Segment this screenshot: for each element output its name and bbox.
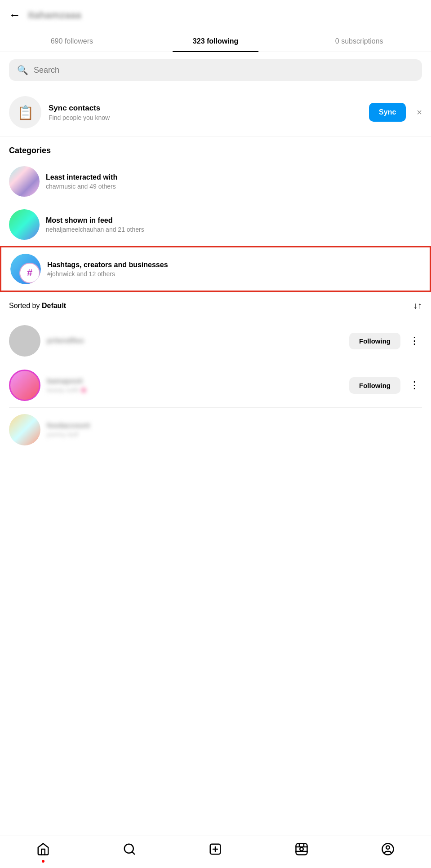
search-icon: 🔍	[17, 65, 28, 75]
category-sub-hashtags: #johnwick and 12 others	[47, 270, 168, 278]
tab-following[interactable]: 323 following	[144, 31, 288, 52]
bottom-nav	[0, 836, 431, 868]
home-icon	[36, 842, 50, 859]
svg-rect-5	[296, 844, 307, 855]
user-avatar	[9, 325, 40, 357]
user-item: bamaposit beauty outfit 🌸 Following ⋮	[0, 363, 431, 407]
sort-order-icon[interactable]: ↓↑	[413, 300, 422, 311]
category-avatar-hashtags: #	[10, 254, 41, 284]
category-avatar-least	[9, 166, 40, 197]
more-options-button[interactable]: ⋮	[407, 335, 422, 347]
nav-search[interactable]	[123, 842, 136, 859]
sync-title: Sync contacts	[49, 104, 362, 113]
user-handle: yummy stuff	[47, 431, 422, 438]
more-options-button[interactable]: ⋮	[407, 379, 422, 391]
nav-home-dot	[42, 860, 44, 863]
nav-profile[interactable]	[381, 842, 395, 859]
sync-icon: 📋	[17, 105, 34, 120]
category-label-hashtags: Hashtags, creators and businesses	[47, 261, 168, 269]
user-info: bamaposit beauty outfit 🌸	[47, 377, 343, 393]
category-sub-most: nehaljameelchauhan and 21 others	[46, 226, 144, 233]
sync-contacts-bar: 📋 Sync contacts Find people you know Syn…	[0, 88, 431, 137]
user-name: pritendfleo	[47, 337, 343, 345]
svg-point-12	[386, 846, 390, 850]
category-info-least: Least interacted with chavmusic and 49 o…	[46, 173, 117, 190]
reels-icon	[295, 842, 308, 859]
sort-bar[interactable]: Sorted by Default ↓↑	[0, 292, 431, 319]
category-info-hashtags: Hashtags, creators and businesses #johnw…	[47, 261, 168, 278]
category-sub-least: chavmusic and 49 others	[46, 183, 117, 190]
back-button[interactable]: ←	[9, 8, 21, 22]
following-button[interactable]: Following	[349, 377, 400, 394]
category-most-shown[interactable]: Most shown in feed nehaljameelchauhan an…	[0, 203, 431, 246]
category-label-most: Most shown in feed	[46, 216, 144, 225]
sync-text: Sync contacts Find people you know	[49, 104, 362, 121]
sort-prefix: Sorted by	[9, 302, 42, 309]
header: ← itahamzaaa	[0, 0, 431, 26]
sync-close-button[interactable]: ×	[417, 107, 422, 118]
create-icon	[209, 842, 222, 859]
profile-icon	[381, 842, 395, 859]
sync-avatar: 📋	[9, 96, 41, 128]
user-handle: beauty outfit 🌸	[47, 387, 343, 393]
svg-line-1	[132, 852, 134, 854]
user-name: bamaposit	[47, 377, 343, 385]
sync-button[interactable]: Sync	[369, 103, 406, 122]
search-nav-icon	[123, 842, 136, 859]
nav-reels[interactable]	[295, 842, 308, 859]
category-avatar-most	[9, 209, 40, 240]
following-button[interactable]: Following	[349, 333, 400, 349]
nav-home[interactable]	[36, 842, 50, 859]
search-bar: 🔍	[9, 59, 422, 81]
category-info-most: Most shown in feed nehaljameelchauhan an…	[46, 216, 144, 233]
svg-point-6	[300, 847, 304, 851]
search-input[interactable]	[34, 66, 414, 75]
category-hashtags[interactable]: # Hashtags, creators and businesses #joh…	[0, 246, 431, 292]
user-avatar	[9, 414, 40, 445]
sort-value: Default	[42, 302, 66, 309]
tab-followers[interactable]: 690 followers	[0, 31, 144, 52]
search-container: 🔍	[0, 52, 431, 88]
tabs-bar: 690 followers 323 following 0 subscripti…	[0, 31, 431, 52]
user-item: foodaccount yummy stuff	[0, 408, 431, 452]
sort-label: Sorted by Default	[9, 302, 66, 310]
category-label-least: Least interacted with	[46, 173, 117, 181]
sync-subtitle: Find people you know	[49, 114, 362, 121]
username-label: itahamzaaa	[28, 9, 81, 21]
user-item: pritendfleo Following ⋮	[0, 319, 431, 363]
hashtag-icon: #	[19, 263, 40, 283]
user-name: foodaccount	[47, 422, 422, 430]
user-info: foodaccount yummy stuff	[47, 422, 422, 438]
user-info: pritendfleo	[47, 337, 343, 345]
tab-subscriptions[interactable]: 0 subscriptions	[287, 31, 431, 52]
category-least-interacted[interactable]: Least interacted with chavmusic and 49 o…	[0, 160, 431, 203]
user-avatar	[9, 370, 40, 401]
nav-create[interactable]	[209, 842, 222, 859]
categories-title: Categories	[0, 137, 431, 160]
